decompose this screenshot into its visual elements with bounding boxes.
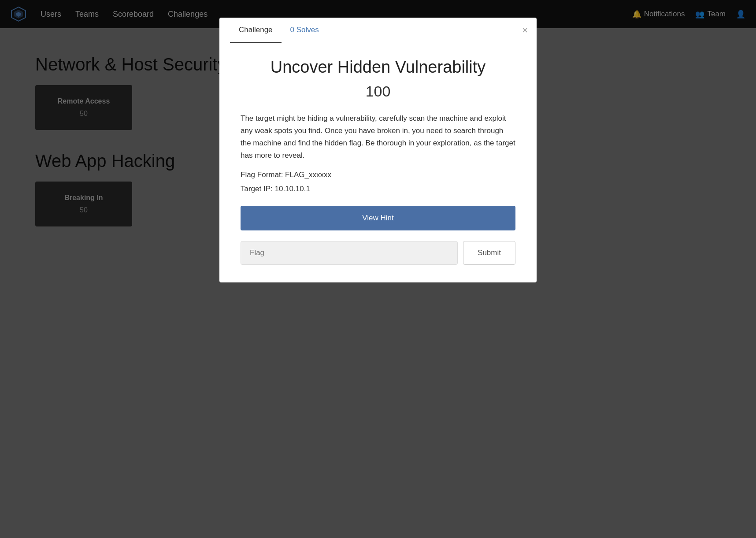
flag-input[interactable] bbox=[241, 241, 458, 265]
modal-flag-format: Flag Format: FLAG_xxxxxx bbox=[241, 171, 515, 179]
tab-challenge[interactable]: Challenge bbox=[230, 18, 282, 43]
view-hint-button[interactable]: View Hint bbox=[241, 206, 515, 230]
flag-submission-row: Submit bbox=[241, 241, 515, 265]
submit-flag-button[interactable]: Submit bbox=[463, 241, 515, 265]
modal-overlay: Challenge 0 Solves × Uncover Hidden Vuln… bbox=[0, 0, 756, 538]
modal-target-ip: Target IP: 10.10.10.1 bbox=[241, 185, 515, 193]
modal-description: The target might be hiding a vulnerabili… bbox=[241, 112, 515, 162]
modal-body: Uncover Hidden Vulnerability 100 The tar… bbox=[219, 43, 537, 282]
tab-solves[interactable]: 0 Solves bbox=[282, 18, 328, 43]
modal-close-button[interactable]: × bbox=[522, 26, 528, 35]
modal-tabs: Challenge 0 Solves × bbox=[219, 18, 537, 43]
modal-points: 100 bbox=[241, 83, 515, 100]
modal-challenge-title: Uncover Hidden Vulnerability bbox=[241, 57, 515, 78]
challenge-modal: Challenge 0 Solves × Uncover Hidden Vuln… bbox=[219, 18, 537, 282]
